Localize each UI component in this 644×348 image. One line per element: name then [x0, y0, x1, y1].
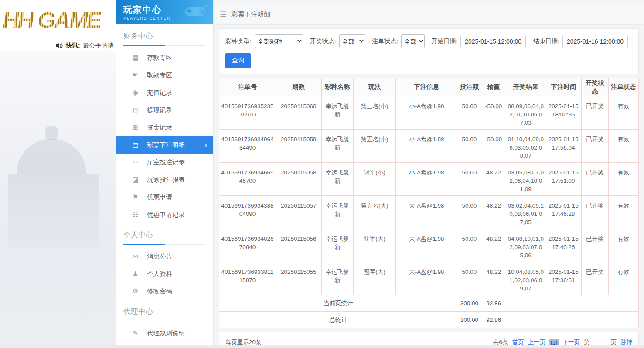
section-divider — [123, 321, 205, 321]
sidebar-item-agent-rules[interactable]: ✎代理规则说明 — [116, 324, 213, 342]
cell-order_status: 有效 — [608, 229, 638, 262]
summary-label: 当前页统计 — [219, 295, 457, 312]
sidebar-menu: 财务中心▤存款专区☛取款专区◉充值记录⊟提现记录⊞资金记录▤彩票下注明细›☷厅室… — [116, 24, 213, 348]
cell-period: 20250115056 — [276, 229, 321, 262]
cell-bet_info: 小-A盘@1.98 — [395, 130, 457, 163]
table-row: 40156917369343880409020250115057幸运飞艇新第五名… — [219, 196, 639, 229]
draw-status-label: 开奖状态: — [310, 38, 336, 45]
cell-bet_amount: 50.00 — [457, 229, 481, 262]
recharge-record-icon: ◉ — [131, 89, 140, 96]
col-draw_status: 开奖状态 — [582, 78, 609, 96]
cell-play: 冠军(小) — [353, 163, 395, 196]
cell-play: 第三名(小) — [353, 96, 395, 130]
bets-table: 注单号期数彩种名称玩法下注信息投注额输赢开奖结果下注时间开奖状态注单状态 401… — [219, 78, 639, 328]
bottom-strip — [0, 345, 644, 348]
sidebar-item-label: 个人资料 — [147, 270, 172, 278]
table-row: 40156917369346694670020250115058幸运飞艇新冠军(… — [219, 163, 639, 196]
cell-period: 20250115059 — [276, 130, 321, 163]
section-label: 代理中心 — [116, 300, 213, 321]
summary-row: 当前页统计300.0092.86 — [219, 295, 639, 312]
chevron-right-icon: › — [204, 140, 207, 150]
cell-order_no: 401569173693466946700 — [219, 163, 276, 196]
cell-bet_time: 2025-01-15 17:46:28 — [545, 196, 582, 229]
summary-label: 总统计 — [219, 312, 457, 328]
sidebar-item-promo-record[interactable]: ☷优惠申请记录 — [116, 206, 213, 223]
promo-apply-icon: ⚑ — [131, 193, 140, 201]
start-date-input[interactable] — [460, 35, 526, 48]
sidebar-item-label: 取款专区 — [147, 71, 172, 79]
withdraw-icon: ☛ — [131, 71, 140, 79]
cell-bet_time: 2025-01-15 17:40:26 — [545, 229, 582, 262]
sidebar-item-hall-bet-record[interactable]: ☷厅室投注记录 — [116, 154, 213, 171]
draw-status-select[interactable]: 全部 — [339, 34, 366, 48]
cell-bet_info: 大-A盘@1.98 — [395, 262, 457, 295]
section-divider — [123, 45, 205, 46]
page-topbar: ☰ 彩票下注明细 — [214, 5, 644, 25]
order-status-select[interactable]: 全部 — [401, 34, 425, 48]
section-label: 个人中心 — [116, 223, 213, 244]
main-area: ☰ 彩票下注明细 彩种类型: 全部彩种 开奖状态: 全部 注单状态: 全部 开始… — [214, 5, 644, 348]
sidebar-item-label: 资金记录 — [147, 123, 172, 132]
end-date-label: 结束日期: — [533, 38, 559, 45]
sidebar-item-funds-record[interactable]: ⊞资金记录 — [116, 119, 213, 136]
cell-bet_amount: 50.00 — [457, 196, 481, 229]
cell-order_status: 有效 — [608, 163, 638, 196]
start-date-label: 开始日期: — [431, 38, 457, 45]
summary-win-loss: 92.86 — [481, 312, 506, 328]
cell-lottery_name: 幸运飞艇新 — [321, 196, 353, 229]
sidebar-item-deposit[interactable]: ▤存款专区 — [116, 49, 213, 66]
cell-bet_amount: 50.00 — [457, 262, 481, 295]
sidebar: 玩家中心 PLAYERS CENTER 财务中心▤存款专区☛取款专区◉充值记录⊟… — [116, 0, 214, 348]
page-title: 彩票下注明细 — [231, 10, 270, 19]
cell-play: 亚军(大) — [353, 229, 395, 262]
sidebar-item-withdraw[interactable]: ☛取款专区 — [116, 66, 213, 84]
col-bet_amount: 投注额 — [457, 78, 481, 96]
sidebar-item-password[interactable]: ⚙修改密码 — [116, 283, 213, 300]
hamburger-icon[interactable]: ☰ — [220, 10, 226, 19]
cell-play: 第五名(大) — [353, 196, 395, 229]
sidebar-item-label: 厅室投注记录 — [147, 158, 185, 167]
cell-win_loss: -50.00 — [481, 96, 506, 130]
filter-panel: 彩种类型: 全部彩种 开奖状态: 全部 注单状态: 全部 开始日期: 结束日期:… — [219, 28, 639, 74]
sidebar-item-recharge-record[interactable]: ◉充值记录 — [116, 84, 213, 101]
sidebar-item-profile[interactable]: ♟个人资料 — [116, 265, 213, 283]
speaker-icon — [56, 43, 63, 49]
cell-draw_status: 已开奖 — [582, 196, 609, 229]
cell-period: 20250115060 — [276, 96, 321, 130]
sidebar-item-label: 提现记录 — [147, 106, 172, 114]
cell-bet_time: 2025-01-15 17:51:09 — [545, 163, 582, 196]
col-play: 玩法 — [353, 78, 395, 96]
cell-bet_info: 小-A盘@1.98 — [395, 96, 457, 130]
sidebar-item-player-report[interactable]: ◪玩家投注报表 — [116, 171, 213, 188]
cell-order_status: 有效 — [608, 130, 638, 163]
col-draw_result: 开奖结果 — [506, 78, 545, 96]
sidebar-item-lottery-bet-detail[interactable]: ▤彩票下注明细› — [116, 136, 213, 154]
news-label: 快讯: — [66, 42, 80, 50]
cell-bet_info: 大-A盘@1.98 — [395, 196, 457, 229]
table-row: 40156917369352357651020250115060幸运飞艇新第三名… — [219, 96, 639, 130]
lottery-type-select[interactable]: 全部彩种 — [255, 34, 303, 48]
logo[interactable]: HH GAME — [0, 0, 116, 40]
end-date-input[interactable] — [562, 35, 628, 48]
summary-bet-amount: 300.00 — [457, 312, 481, 328]
cell-period: 20250115055 — [276, 262, 321, 295]
table-row: 40156917369340267084020250115056幸运飞艇新亚军(… — [219, 229, 639, 262]
cell-order_status: 有效 — [608, 262, 638, 295]
summary-empty — [506, 312, 638, 328]
cell-order_status: 有效 — [608, 196, 638, 229]
cell-order_no: 401569173693402670840 — [219, 229, 276, 262]
sidebar-item-label: 代理规则说明 — [147, 329, 185, 338]
lottery-bet-detail-icon: ▤ — [131, 141, 140, 149]
cell-bet_time: 2025-01-15 18:00:35 — [545, 96, 582, 130]
sidebar-item-label: 玩家投注报表 — [147, 176, 185, 184]
cell-play: 第五名(小) — [353, 130, 395, 163]
sidebar-item-withdraw-record[interactable]: ⊟提现记录 — [116, 101, 213, 119]
col-period: 期数 — [276, 78, 321, 96]
search-button[interactable]: 查询 — [225, 53, 251, 68]
sidebar-item-messages[interactable]: ✉消息公告 — [116, 248, 213, 265]
cell-order_no: 401569173693381115870 — [219, 262, 276, 295]
sidebar-item-label: 充值记录 — [147, 89, 172, 97]
sidebar-item-promo-apply[interactable]: ⚑优惠申请 — [116, 188, 213, 206]
background-art — [0, 51, 116, 345]
cell-order_no: 401569173693523576510 — [219, 96, 276, 130]
